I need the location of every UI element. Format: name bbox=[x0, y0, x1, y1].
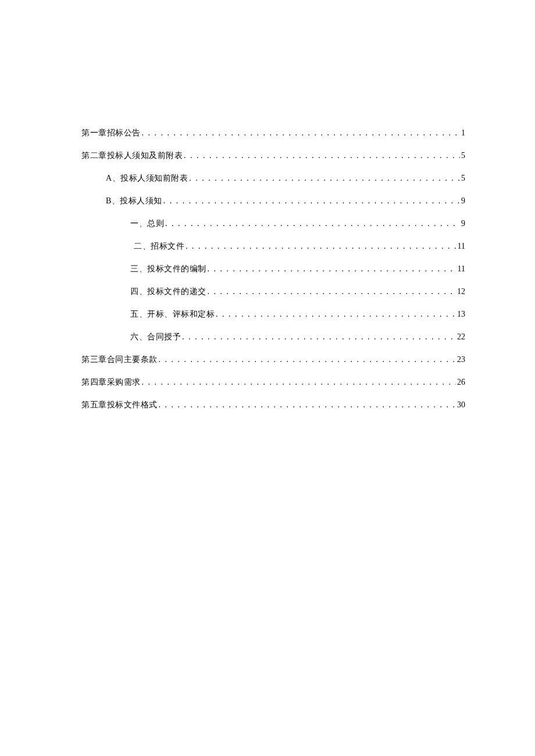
toc-label: B、投标人须知 bbox=[106, 196, 162, 206]
toc-leader-dots bbox=[141, 378, 456, 387]
toc-entry: 四、投标文件的递交 12 bbox=[81, 286, 465, 297]
toc-entry: 第三章合同主要条款 23 bbox=[81, 354, 465, 365]
toc-label: 二、招标文件 bbox=[134, 241, 184, 252]
toc-page-number: 1 bbox=[460, 128, 465, 138]
toc-entry: 五、开标、评标和定标 13 bbox=[81, 309, 465, 320]
toc-entry: B、投标人须知 9 bbox=[81, 196, 465, 206]
toc-entry: 一、总则 9 bbox=[81, 218, 465, 229]
toc-entry: 三、投标文件的编制 11 bbox=[81, 264, 465, 274]
toc-entry: 第五章投标文件格式 30 bbox=[81, 400, 465, 410]
toc-entry: 二、招标文件 11 bbox=[81, 241, 465, 252]
toc-label: 三、投标文件的编制 bbox=[130, 264, 206, 274]
toc-leader-dots bbox=[181, 332, 456, 342]
toc-label: 六、合同授予 bbox=[130, 332, 181, 342]
toc-leader-dots bbox=[184, 242, 456, 251]
toc-page-number: 12 bbox=[456, 287, 465, 296]
toc-page-number: 5 bbox=[460, 151, 465, 160]
toc-page-number: 9 bbox=[460, 219, 465, 228]
toc-leader-dots bbox=[158, 355, 456, 364]
toc-label: 一、总则 bbox=[130, 218, 164, 229]
toc-page-number: 23 bbox=[456, 355, 465, 364]
toc-page-number: 11 bbox=[456, 264, 465, 274]
toc-page-number: 30 bbox=[456, 400, 465, 410]
toc-leader-dots bbox=[206, 264, 456, 274]
toc-leader-dots bbox=[206, 287, 456, 296]
toc-label: 四、投标文件的递交 bbox=[130, 286, 206, 297]
toc-page-number: 11 bbox=[456, 242, 465, 251]
toc-leader-dots bbox=[162, 196, 460, 206]
toc-leader-dots bbox=[158, 400, 456, 410]
toc-page-number: 9 bbox=[460, 196, 465, 206]
toc-entry: 第四章采购需求 26 bbox=[81, 377, 465, 388]
toc-page-number: 22 bbox=[456, 332, 465, 342]
toc-entry: 第二章投标人须知及前附表 5 bbox=[81, 151, 465, 161]
toc-entry: 六、合同授予 22 bbox=[81, 332, 465, 342]
toc-label: 第三章合同主要条款 bbox=[81, 354, 158, 365]
toc-page-number: 5 bbox=[460, 174, 465, 183]
toc-page-number: 13 bbox=[456, 310, 465, 319]
toc-label: 第一章招标公告 bbox=[81, 128, 141, 138]
toc-label: 五、开标、评标和定标 bbox=[130, 309, 215, 320]
toc-leader-dots bbox=[188, 174, 460, 183]
toc-leader-dots bbox=[164, 219, 460, 228]
toc-label: A、投标人须知前附表 bbox=[106, 173, 188, 184]
toc-leader-dots bbox=[215, 310, 456, 319]
toc-page-number: 26 bbox=[456, 378, 465, 387]
toc-leader-dots bbox=[141, 128, 461, 138]
toc-entry: A、投标人须知前附表 5 bbox=[81, 173, 465, 184]
table-of-contents: 第一章招标公告 1 第二章投标人须知及前附表 5 A、投标人须知前附表 5 B、… bbox=[81, 128, 465, 410]
toc-label: 第五章投标文件格式 bbox=[81, 400, 158, 410]
toc-label: 第二章投标人须知及前附表 bbox=[81, 151, 183, 161]
toc-leader-dots bbox=[183, 151, 460, 160]
toc-label: 第四章采购需求 bbox=[81, 377, 141, 388]
toc-entry: 第一章招标公告 1 bbox=[81, 128, 465, 138]
